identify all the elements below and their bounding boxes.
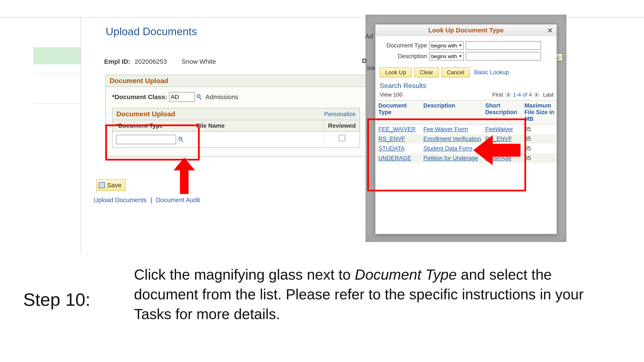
results-table: Document Type Description Short Descript… [377, 100, 556, 163]
magnify-icon[interactable] [178, 136, 184, 142]
basic-lookup-link[interactable]: Basic Lookup [474, 69, 509, 76]
last-label: Last [543, 91, 554, 98]
search-form: Document Type begins with Description be… [375, 36, 556, 64]
cell-short[interactable]: StuData [484, 144, 523, 153]
cell-doc-type[interactable]: STUDATA [377, 144, 422, 153]
desc-op-select[interactable]: begins with [429, 52, 464, 60]
clear-button[interactable]: Clear [414, 67, 439, 77]
modal-titlebar: Look Up Document Type ✕ [375, 24, 556, 36]
empl-id-value: 202006253 [135, 58, 167, 65]
doc-type-search-input[interactable] [466, 41, 541, 50]
lookup-button[interactable]: Look Up [380, 67, 412, 77]
grid-row [112, 132, 360, 147]
cell-doc-type[interactable]: FEE_WAIVER [377, 124, 422, 134]
modal-button-row: Look Up Clear Cancel Basic Lookup [375, 64, 556, 80]
cell-fs: 05 [523, 153, 556, 163]
doc-class-desc: Admissions [206, 93, 238, 101]
results-range: 1-4 of 4 [513, 91, 532, 98]
step-label: Step 10: [23, 289, 90, 310]
magnify-icon[interactable] [196, 94, 202, 100]
chevron-left-icon[interactable] [505, 92, 511, 98]
doc-upload-grid-panel: Document Upload Personalize *Document Ty… [112, 108, 360, 148]
link-separator: | [150, 197, 152, 203]
cell-short[interactable]: RS_ENVF [484, 134, 523, 144]
view-100[interactable]: View 100 [380, 91, 403, 98]
bottom-links: Upload Documents | Document Audit [94, 197, 200, 204]
sidebar-highlight [33, 47, 80, 64]
doc-class-row: *Document Class: Admissions [112, 92, 360, 102]
doc-type-op-select[interactable]: begins with [429, 41, 464, 50]
lookup-modal: Look Up Document Type ✕ Document Type be… [375, 24, 557, 234]
save-button[interactable]: Save [96, 179, 126, 191]
upload-documents-link[interactable]: Upload Documents [94, 197, 147, 203]
annotation-arrow-icon [171, 157, 197, 194]
doc-class-input[interactable] [169, 92, 195, 102]
cell-fs: 05 [523, 124, 556, 134]
empl-row: Empl ID: 202006253 Snow White [104, 58, 229, 65]
close-icon[interactable]: ✕ [547, 27, 553, 34]
grid-title: Document Upload [116, 110, 175, 118]
empl-id-label: Empl ID: [104, 58, 130, 65]
document-audit-link[interactable]: Document Audit [156, 197, 200, 203]
step-text-italic: Document Type [355, 266, 457, 283]
table-row[interactable]: RS_ENVF Enrollment Verification RS_ENVF … [377, 134, 556, 144]
chevron-right-icon[interactable] [534, 92, 540, 98]
cell-desc[interactable]: Fee Waiver Form [422, 124, 484, 134]
cell-desc[interactable]: Enrollment Verification [422, 134, 484, 144]
doc-class-label: *Document Class: [112, 93, 167, 101]
table-row[interactable]: STUDATA Student Data Form StuData 05 [377, 144, 556, 153]
modal-title: Look Up Document Type [428, 27, 504, 34]
behind-text: Ad [365, 33, 373, 40]
empl-name: Snow White [182, 58, 216, 65]
th-description[interactable]: Description [422, 100, 484, 124]
cell-desc[interactable]: Student Data Form [422, 144, 484, 153]
results-toolbar: View 100 First 1-4 of 4 Last [375, 90, 556, 100]
table-row[interactable]: UNDERAGE Petition for Underage UnderAge … [377, 153, 556, 163]
col-reviewed: Reviewed [324, 120, 360, 131]
cancel-button[interactable]: Cancel [441, 67, 470, 77]
sidebar-divider [80, 17, 81, 254]
step-description: Click the magnifying glass next to Docum… [134, 265, 615, 324]
sidebar-sep [33, 103, 80, 103]
cell-doc-type[interactable]: UNDERAGE [377, 153, 422, 163]
first-label: First [492, 91, 503, 98]
cell-fs: 05 [523, 134, 556, 144]
panel-body: *Document Class: Admissions Document Upl… [106, 87, 366, 156]
reviewed-checkbox[interactable] [339, 135, 345, 141]
svg-marker-0 [174, 157, 195, 194]
cell-short[interactable]: UnderAge [484, 153, 523, 163]
document-upload-panel: Document Upload *Document Class: Admissi… [105, 75, 367, 157]
panel-header: Document Upload [106, 75, 366, 87]
th-file-size[interactable]: Maximum File Size in MB [523, 100, 556, 124]
cell-desc[interactable]: Petition for Underage [422, 153, 484, 163]
file-name-cell [193, 132, 324, 147]
cell-short[interactable]: FeeWaiver [484, 124, 523, 134]
search-results-title: Search Results [375, 80, 556, 90]
grid-header-row: *Document Type File Name Reviewed [112, 120, 360, 132]
behind-text: D [362, 57, 367, 64]
th-doc-type[interactable]: Document Type [377, 100, 422, 124]
desc-label: Description [380, 53, 427, 60]
doc-type-label: Document Type [380, 42, 427, 49]
personalize-link[interactable]: Personalize [324, 111, 356, 118]
col-file-name: File Name [193, 120, 324, 131]
th-short-desc[interactable]: Short Description [484, 100, 523, 124]
desc-search-input[interactable] [466, 52, 541, 60]
step-text: Click the magnifying glass next to [134, 266, 355, 283]
page-title: Upload Documents [106, 25, 197, 38]
col-doc-type: *Document Type [112, 120, 193, 131]
sidebar-sep [33, 73, 80, 73]
save-icon [99, 182, 105, 188]
doc-type-input[interactable] [116, 135, 176, 144]
cell-fs: 05 [523, 144, 556, 153]
table-row[interactable]: FEE_WAIVER Fee Waiver Form FeeWaiver 05 [377, 124, 556, 134]
cell-doc-type[interactable]: RS_ENVF [377, 134, 422, 144]
save-label: Save [107, 182, 122, 189]
